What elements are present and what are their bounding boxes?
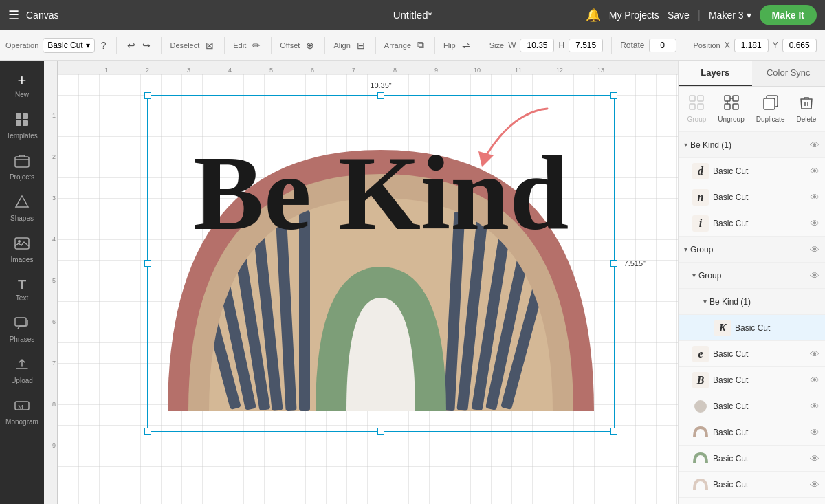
svg-rect-24: [690, 96, 695, 101]
flip-button[interactable]: ⇌: [460, 38, 472, 53]
ungroup-icon: [724, 95, 739, 113]
height-input[interactable]: [569, 39, 603, 52]
notification-bell-icon[interactable]: 🔔: [586, 8, 601, 23]
arrange-button[interactable]: ⧉: [415, 37, 426, 53]
separator-4: [271, 37, 272, 54]
eye-icon[interactable]: 👁: [810, 140, 820, 151]
deselect-button[interactable]: ⊠: [204, 38, 216, 53]
layer-item[interactable]: d Basic Cut 👁: [679, 158, 825, 184]
save-button[interactable]: Save: [668, 10, 690, 21]
tab-color-sync[interactable]: Color Sync: [752, 61, 826, 86]
layer-item[interactable]: B Basic Cut 👁: [679, 367, 825, 393]
group-icon: [689, 95, 704, 113]
maker-selector[interactable]: Maker 3 ▾: [709, 10, 751, 21]
width-input[interactable]: [520, 39, 554, 52]
eye-icon[interactable]: 👁: [810, 218, 820, 229]
layer-name: Basic Cut: [713, 166, 807, 176]
eye-icon[interactable]: 👁: [810, 192, 820, 203]
sidebar-item-images[interactable]: Images: [3, 230, 41, 269]
group-label: Group: [688, 116, 707, 123]
maker-chevron-icon: ▾: [747, 10, 751, 21]
canvas-label: Canvas: [26, 10, 58, 21]
tab-layers[interactable]: Layers: [679, 61, 752, 86]
separator-3: [224, 37, 225, 54]
edit-button[interactable]: ✏: [250, 38, 263, 53]
layer-item[interactable]: Basic Cut 👁: [679, 393, 825, 419]
ungroup-label: Ungroup: [718, 116, 744, 123]
operation-select[interactable]: Basic Cut ▾: [43, 38, 94, 53]
layer-item[interactable]: ▾ Group 👁: [679, 237, 825, 263]
layer-item[interactable]: K Basic Cut: [679, 315, 825, 341]
make-it-button[interactable]: Make It: [760, 5, 817, 25]
sidebar-item-phrases[interactable]: Phrases: [3, 310, 41, 349]
eye-icon[interactable]: 👁: [810, 453, 820, 464]
document-title: Untitled*: [393, 9, 432, 21]
layer-item[interactable]: e Basic Cut 👁: [679, 341, 825, 367]
sidebar-item-monogram[interactable]: M Monogram: [3, 393, 41, 431]
y-input[interactable]: [782, 39, 817, 52]
sidebar-item-projects[interactable]: Projects: [3, 148, 41, 186]
sidebar-item-text[interactable]: T Text: [3, 272, 41, 307]
edit-label: Edit: [233, 41, 246, 50]
layer-item[interactable]: ▾ Be Kind (1) 👁: [679, 132, 825, 158]
eye-icon[interactable]: 👁: [810, 166, 820, 177]
layer-item[interactable]: Basic Cut 👁: [679, 419, 825, 446]
eye-icon[interactable]: 👁: [810, 479, 820, 490]
layer-item[interactable]: Basic Cut 👁: [679, 472, 825, 498]
canvas-area[interactable]: 1 2 3 4 5 6 7 8 9 10 11 12 13 1 2 3 4: [44, 61, 678, 504]
my-projects-button[interactable]: My Projects: [609, 10, 659, 21]
sidebar-item-label: Projects: [10, 173, 34, 181]
question-mark-button[interactable]: ?: [99, 38, 109, 53]
canvas-work-area[interactable]: 10.35" 7.515": [58, 74, 678, 504]
separator-1: [116, 37, 117, 54]
layer-name: Basic Cut: [713, 375, 807, 385]
layer-item[interactable]: n Basic Cut 👁: [679, 184, 825, 210]
delete-action[interactable]: Delete: [793, 92, 821, 126]
separator-8: [481, 37, 481, 54]
panel-actions: Group Ungroup: [679, 87, 825, 132]
duplicate-action[interactable]: Duplicate: [752, 92, 789, 126]
left-sidebar: + New Templates Proje: [0, 61, 44, 504]
panel-tabs: Layers Color Sync: [679, 61, 825, 87]
eye-icon[interactable]: 👁: [810, 244, 820, 255]
eye-icon[interactable]: 👁: [810, 401, 820, 412]
rotate-input[interactable]: [649, 39, 676, 52]
duplicate-label: Duplicate: [756, 116, 785, 123]
sidebar-item-label: New: [15, 91, 29, 98]
redo-button[interactable]: ↪: [140, 38, 153, 53]
separator-2: [161, 37, 162, 54]
arrange-section: Arrange ⧉: [384, 37, 426, 53]
hamburger-menu-icon[interactable]: ☰: [8, 8, 19, 23]
x-input[interactable]: [734, 39, 769, 52]
offset-label: Offset: [280, 41, 300, 50]
layer-item[interactable]: i Basic Cut 👁: [679, 210, 825, 237]
undo-redo-section: ↩ ↪: [125, 38, 153, 53]
svg-rect-25: [698, 96, 703, 101]
eye-icon[interactable]: 👁: [810, 427, 820, 438]
layer-name: Basic Cut: [735, 323, 820, 333]
sidebar-item-shapes[interactable]: Shapes: [3, 189, 41, 228]
sidebar-item-upload[interactable]: Upload: [3, 351, 41, 390]
flip-section: Flip ⇌: [443, 38, 472, 53]
operation-value: Basic Cut: [47, 41, 82, 50]
shapes-icon: [14, 195, 30, 213]
layer-item[interactable]: ▾ Be Kind (1): [679, 289, 825, 315]
eye-icon[interactable]: 👁: [810, 270, 820, 281]
svg-rect-29: [733, 96, 738, 101]
sidebar-item-templates[interactable]: Templates: [3, 107, 41, 145]
arrange-label: Arrange: [384, 41, 411, 50]
undo-button[interactable]: ↩: [125, 38, 138, 53]
layer-item[interactable]: Basic Cut 👁: [679, 446, 825, 472]
eye-icon[interactable]: 👁: [810, 349, 820, 360]
svg-rect-30: [725, 104, 730, 109]
layer-thumbnail: K: [714, 320, 731, 336]
ungroup-action[interactable]: Ungroup: [714, 92, 748, 126]
sidebar-item-label: Text: [16, 294, 28, 302]
group-action[interactable]: Group: [683, 92, 711, 126]
layer-item[interactable]: ▾ Group 👁: [679, 263, 825, 289]
sidebar-item-new[interactable]: + New: [3, 66, 41, 104]
offset-button[interactable]: ⊕: [304, 38, 316, 53]
align-button[interactable]: ⊟: [355, 38, 367, 53]
layer-thumbnail: [692, 424, 709, 441]
eye-icon[interactable]: 👁: [810, 375, 820, 386]
